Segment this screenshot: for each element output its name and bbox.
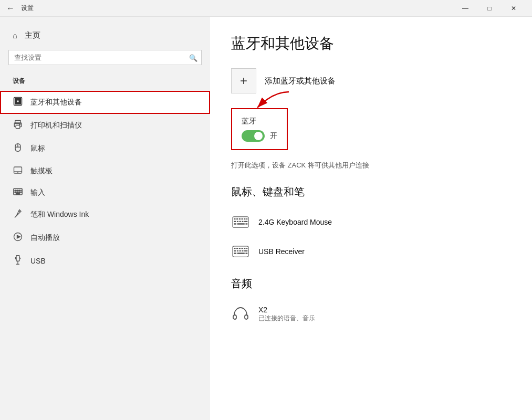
home-icon: ⌂ (13, 31, 17, 40)
svg-rect-46 (246, 218, 247, 219)
svg-rect-63 (237, 250, 238, 251)
page-title: 蓝牙和其他设备 (231, 34, 511, 54)
svg-rect-27 (20, 192, 22, 193)
svg-rect-50 (242, 221, 243, 222)
add-device-button[interactable]: + 添加蓝牙或其他设备 (231, 68, 336, 93)
mouse-keyboard-heading: 鼠标、键盘和笔 (231, 185, 511, 199)
titlebar: ← 设置 — □ ✕ (0, 0, 532, 17)
sidebar-item-home[interactable]: ⌂ 主页 (0, 25, 210, 46)
svg-rect-59 (242, 248, 243, 249)
svg-rect-69 (245, 253, 247, 254)
svg-rect-21 (17, 190, 18, 191)
svg-point-12 (19, 124, 20, 125)
sidebar-item-printers[interactable]: 打印机和扫描仪 (0, 114, 210, 137)
device-item-usb-receiver[interactable]: USB Receiver (231, 237, 511, 266)
svg-rect-45 (244, 218, 245, 219)
add-device-label: 添加蓝牙或其他设备 (265, 76, 336, 86)
svg-rect-60 (244, 248, 245, 249)
mouse-icon (13, 143, 23, 154)
device-usb-receiver-name: USB Receiver (258, 247, 305, 256)
sidebar-autoplay-label: 自动播放 (30, 233, 60, 243)
svg-rect-43 (239, 218, 241, 219)
minimize-button[interactable]: — (453, 0, 477, 17)
svg-rect-66 (244, 250, 247, 251)
bluetooth-label: 蓝牙 (242, 117, 277, 126)
input-icon (13, 188, 23, 197)
svg-rect-56 (234, 248, 235, 249)
device-kbd-mouse-info: 2.4G Keyboard Mouse (258, 218, 332, 226)
toggle-thumb (254, 132, 263, 140)
main-layout: ⌂ 主页 🔍 设备 蓝牙和其他设备 (0, 17, 532, 420)
svg-rect-1 (15, 99, 17, 100)
svg-rect-52 (234, 223, 236, 224)
svg-rect-20 (15, 190, 16, 191)
svg-rect-5 (19, 101, 20, 102)
sidebar-usb-label: USB (30, 257, 46, 265)
svg-rect-51 (244, 221, 247, 222)
device-item-x2[interactable]: X2 已连接的语音、音乐 (231, 299, 511, 329)
headphone-icon (231, 304, 250, 323)
svg-rect-6 (15, 102, 17, 104)
bluetooth-toggle-row: 开 (242, 130, 277, 142)
svg-rect-3 (19, 99, 20, 100)
sidebar-item-bluetooth[interactable]: 蓝牙和其他设备 (0, 91, 210, 114)
bluetooth-toggle[interactable] (242, 130, 265, 142)
sidebar-item-input[interactable]: 输入 (0, 182, 210, 203)
device-x2-sub: 已连接的语音、音乐 (258, 314, 315, 323)
svg-rect-7 (17, 102, 19, 104)
svg-rect-44 (242, 218, 243, 219)
sidebar-item-autoplay[interactable]: 自动播放 (0, 226, 210, 249)
device-kbd-mouse-name: 2.4G Keyboard Mouse (258, 218, 332, 226)
svg-rect-4 (15, 101, 17, 102)
sidebar-bluetooth-label: 蓝牙和其他设备 (30, 98, 82, 107)
svg-rect-32 (16, 256, 19, 261)
svg-rect-26 (19, 192, 20, 193)
svg-rect-23 (20, 190, 22, 191)
device-x2-name: X2 (258, 306, 315, 314)
sidebar-item-usb[interactable]: USB (0, 249, 210, 272)
titlebar-nav: ← 设置 (6, 4, 34, 13)
sidebar-touchpad-label: 触摸板 (30, 166, 53, 176)
sidebar-printers-label: 打印机和扫描仪 (30, 121, 82, 130)
bluetooth-device-icon (13, 97, 23, 108)
svg-rect-67 (234, 253, 236, 254)
add-device-plus-icon: + (231, 68, 256, 93)
touchpad-icon (13, 166, 23, 176)
sidebar-item-mouse[interactable]: 鼠标 (0, 137, 210, 160)
svg-rect-68 (237, 253, 245, 254)
back-button[interactable]: ← (6, 4, 15, 13)
sidebar-input-label: 输入 (30, 188, 45, 197)
content-area: 蓝牙和其他设备 + 添加蓝牙或其他设备 蓝牙 (210, 17, 532, 420)
toggle-track (242, 130, 265, 142)
printers-icon (13, 120, 23, 131)
autoplay-icon (13, 232, 23, 244)
usb-receiver-icon (231, 242, 250, 261)
svg-rect-71 (245, 315, 248, 319)
close-button[interactable]: ✕ (502, 0, 526, 17)
bluetooth-info-text: 打开此选项，设备 ZACK 将可供其他用户连接 (231, 161, 511, 170)
svg-marker-31 (17, 235, 20, 238)
svg-rect-49 (239, 221, 241, 222)
svg-rect-62 (234, 250, 236, 251)
svg-rect-54 (245, 223, 247, 224)
device-item-kbd-mouse[interactable]: 2.4G Keyboard Mouse (231, 207, 511, 237)
svg-rect-48 (237, 221, 238, 222)
svg-rect-25 (17, 192, 18, 193)
sidebar-pen-label: 笔和 Windows Ink (30, 210, 89, 219)
svg-rect-58 (239, 248, 241, 249)
sidebar-item-pen[interactable]: 笔和 Windows Ink (0, 203, 210, 226)
home-label: 主页 (25, 30, 40, 40)
search-input[interactable] (8, 50, 202, 65)
svg-rect-28 (16, 194, 20, 195)
titlebar-title: 设置 (21, 4, 34, 13)
svg-rect-61 (246, 248, 247, 249)
restore-button[interactable]: □ (477, 0, 502, 17)
keyboard-icon (231, 213, 250, 232)
svg-rect-22 (19, 190, 20, 191)
svg-rect-53 (237, 223, 245, 224)
svg-rect-41 (234, 218, 235, 219)
sidebar-item-touchpad[interactable]: 触摸板 (0, 160, 210, 182)
bluetooth-toggle-box: 蓝牙 开 (231, 108, 288, 150)
svg-rect-24 (15, 192, 16, 193)
svg-rect-2 (17, 99, 19, 100)
